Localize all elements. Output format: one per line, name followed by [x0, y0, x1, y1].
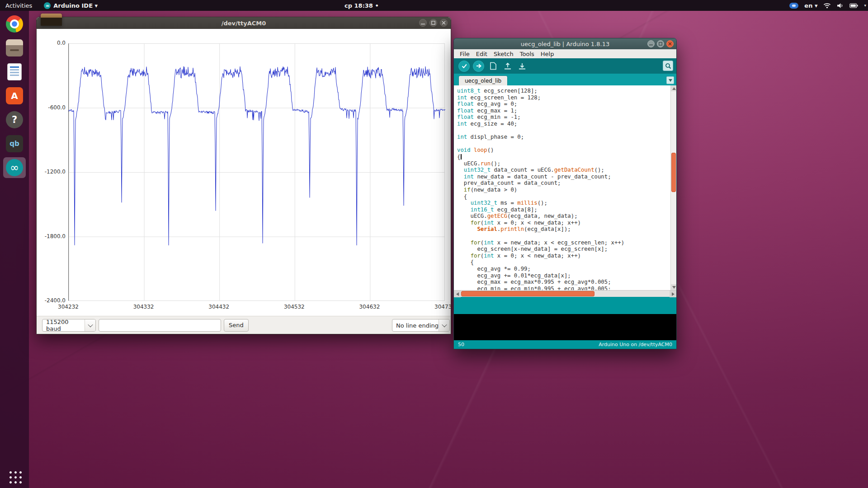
app-menu-label: Arduino IDE ▾	[53, 2, 98, 9]
code-line[interactable]: void loop()	[457, 147, 670, 154]
code-line[interactable]: int new_data = data_count - prev_data_co…	[457, 174, 670, 180]
code-line[interactable]: int ecg_size = 40;	[457, 121, 670, 127]
horizontal-scroll-thumb[interactable]	[461, 291, 594, 296]
close-button[interactable]	[666, 40, 674, 47]
dock-item-help[interactable]: ?	[3, 109, 26, 130]
code-line[interactable]: float ecg_max = 1;	[457, 108, 670, 114]
code-line[interactable]: ecg_avg *= 0.99;	[457, 266, 670, 272]
save-sketch-button[interactable]	[516, 61, 528, 72]
code-line[interactable]: for(int x = new_data; x < ecg_screen_len…	[457, 239, 670, 246]
code-line[interactable]: uint32_t data_count = uECG.getDataCount(…	[457, 167, 670, 174]
scroll-down-button[interactable]	[671, 284, 676, 290]
code-line[interactable]: {	[457, 193, 670, 200]
scroll-left-button[interactable]	[454, 291, 461, 297]
ide-tabbar: uecg_oled_lib	[454, 74, 676, 85]
code-line[interactable]: float ecg_min = -1;	[457, 114, 670, 121]
code-line[interactable]: uECG.run();	[457, 160, 670, 167]
dock: A ? qb ∞	[0, 11, 29, 488]
ide-menubar: File Edit Sketch Tools Help	[454, 49, 676, 58]
maximize-button[interactable]	[429, 19, 437, 27]
x-axis-label: 304732	[427, 304, 451, 310]
menu-help[interactable]: Help	[538, 51, 557, 57]
scroll-right-button[interactable]	[670, 291, 676, 297]
code-line[interactable]: uint32_t ms = millis();	[457, 200, 670, 206]
code-line[interactable]: float ecg_avg = 0;	[457, 101, 670, 108]
code-line[interactable]: {	[457, 259, 670, 266]
ide-console	[454, 314, 676, 340]
baud-rate-select[interactable]: 115200 baud	[42, 319, 96, 332]
x-axis-label: 304332	[126, 304, 162, 310]
code-line[interactable]: for(int x = 0; x < new_data; x++)	[457, 253, 670, 259]
help-icon: ?	[6, 111, 23, 128]
close-button[interactable]	[440, 19, 448, 27]
menu-file[interactable]: File	[457, 51, 473, 57]
dock-item-files[interactable]	[3, 38, 26, 58]
code-line[interactable]: ecg_min = ecg_min*0.995 + ecg_avg*0.005;	[457, 286, 670, 290]
system-menu-chevron-icon[interactable]: ▾	[864, 3, 866, 8]
send-button[interactable]: Send	[224, 319, 249, 332]
dock-item-arduino[interactable]: ∞	[3, 157, 26, 178]
activities-button[interactable]: Activities	[0, 0, 38, 11]
dock-item-qbittorrent[interactable]: qb	[3, 133, 26, 154]
code-line[interactable]: int16_t ecg_data[8];	[457, 206, 670, 213]
minimize-button[interactable]	[647, 40, 655, 47]
scroll-up-button[interactable]	[671, 85, 676, 91]
app-menu-button[interactable]: ∞ Arduino IDE ▾	[44, 2, 98, 9]
battery-icon[interactable]	[849, 3, 858, 8]
vertical-scroll-thumb[interactable]	[671, 153, 676, 192]
background-window-fragment[interactable]	[41, 14, 62, 26]
y-axis-label: -2400.0	[38, 297, 66, 304]
code-line[interactable]: for(int x = 0; x < new_data; x++)	[457, 220, 670, 226]
code-line[interactable]: ecg_max = ecg_max*0.995 + ecg_avg*0.005;	[457, 279, 670, 286]
wifi-icon[interactable]	[823, 3, 831, 9]
code-line[interactable]: uECG.getECG(ecg_data, new_data);	[457, 213, 670, 220]
new-sketch-button[interactable]	[487, 61, 499, 72]
maximize-button[interactable]	[657, 40, 664, 47]
code-line[interactable]: uint8_t ecg_screen[128];	[457, 88, 670, 94]
code-line[interactable]: {	[457, 154, 670, 160]
plotter-title: /dev/ttyACM0	[222, 20, 266, 27]
screenshare-indicator-icon[interactable]	[789, 3, 798, 9]
dock-item-chrome[interactable]	[3, 14, 26, 34]
code-line[interactable]	[457, 127, 670, 134]
open-sketch-button[interactable]	[502, 61, 513, 72]
text-caret	[461, 154, 462, 160]
code-line[interactable]	[457, 233, 670, 239]
vertical-scrollbar[interactable]	[670, 85, 676, 290]
minimize-button[interactable]	[419, 19, 427, 27]
code-editor[interactable]: uint8_t ecg_screen[128];int ecg_screen_l…	[454, 85, 676, 290]
menu-sketch[interactable]: Sketch	[491, 51, 517, 57]
code-line[interactable]: int displ_phase = 0;	[457, 134, 670, 141]
ide-titlebar[interactable]: uecg_oled_lib | Arduino 1.8.13	[454, 38, 676, 49]
y-axis-label: 0.0	[38, 40, 66, 46]
upload-button[interactable]	[473, 61, 484, 72]
dock-item-writer[interactable]	[3, 61, 26, 82]
serial-monitor-button[interactable]	[663, 61, 673, 71]
code-line[interactable]: if(new_data > 0)	[457, 187, 670, 193]
qbittorrent-icon: qb	[6, 135, 23, 152]
code-line[interactable]: int ecg_screen_len = 128;	[457, 94, 670, 101]
menu-tools[interactable]: Tools	[517, 51, 538, 57]
tab-uecg-oled-lib[interactable]: uecg_oled_lib	[458, 75, 508, 85]
code-line[interactable]: Serial.println(ecg_data[x]);	[457, 226, 670, 233]
line-ending-select[interactable]: No line ending	[392, 319, 450, 332]
serial-send-input[interactable]	[99, 319, 221, 332]
chevron-down-icon	[85, 319, 95, 331]
code-line[interactable]: ecg_screen[x-new_data] = ecg_screen[x];	[457, 246, 670, 253]
arduino-icon: ∞	[6, 159, 23, 176]
keyboard-layout-menu[interactable]: en ▾	[804, 2, 817, 9]
volume-icon[interactable]	[837, 3, 844, 9]
menu-edit[interactable]: Edit	[473, 51, 491, 57]
code-line[interactable]	[457, 141, 670, 147]
tab-list-button[interactable]	[666, 76, 674, 84]
code-line[interactable]: prev_data_count = data_count;	[457, 180, 670, 187]
verify-button[interactable]	[458, 61, 470, 72]
x-axis-label: 304232	[50, 304, 86, 310]
code-line[interactable]: ecg_avg += 0.01*ecg_data[x];	[457, 272, 670, 279]
files-icon	[6, 39, 23, 56]
plotter-titlebar[interactable]: /dev/ttyACM0	[37, 17, 451, 29]
dock-item-software[interactable]: A	[3, 85, 26, 106]
horizontal-scrollbar[interactable]	[454, 290, 676, 297]
clock-menu[interactable]: cp 18:38 •	[344, 0, 379, 11]
show-applications-button[interactable]	[8, 469, 22, 483]
